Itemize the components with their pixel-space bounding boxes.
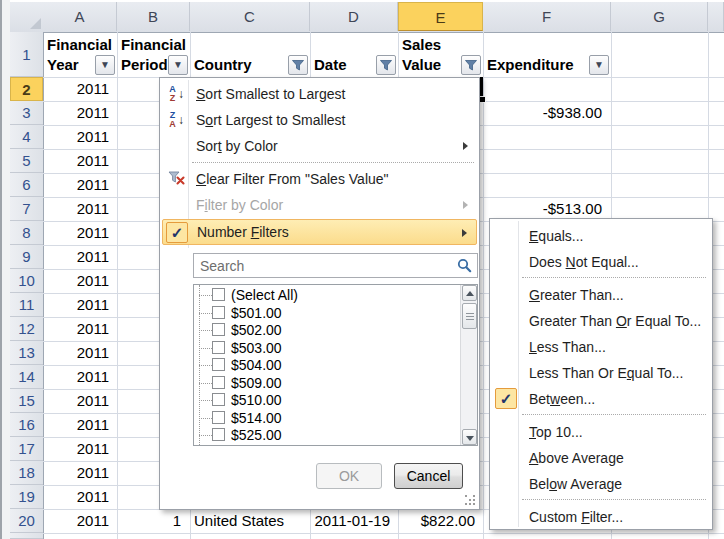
cell-A11[interactable]: 2011	[43, 293, 114, 317]
menu-item-clear-filter[interactable]: Clear Filter From "Sales Value"	[162, 166, 477, 192]
cell-A16[interactable]: 2011	[43, 413, 114, 437]
row-header-19[interactable]: 19	[10, 485, 43, 509]
menu-item-number-filters[interactable]: ✓ Number Filters	[162, 219, 477, 245]
filter-applied-button-sales-value[interactable]	[461, 55, 481, 75]
column-header-A[interactable]: A	[43, 2, 117, 31]
filter-dropdown-button-expenditure[interactable]: ▼	[589, 55, 609, 75]
filter-value-item[interactable]: $525.00	[194, 426, 477, 444]
row-header-2[interactable]: 2	[10, 77, 43, 101]
cell-A12[interactable]: 2011	[43, 317, 114, 341]
value-checkbox[interactable]	[212, 358, 225, 371]
cell-A9[interactable]: 2011	[43, 245, 114, 269]
filter-value-item[interactable]: (Select All)	[194, 286, 477, 304]
header-cell-date[interactable]: Date	[310, 32, 398, 77]
active-cell-fill-handle[interactable]	[479, 96, 486, 103]
value-checkbox[interactable]	[212, 323, 225, 336]
filter-value-item-partial[interactable]	[194, 444, 477, 447]
cell-D20[interactable]: 2011-01-19	[310, 509, 395, 533]
row-header-10[interactable]: 10	[10, 269, 43, 293]
submenu-item-equals[interactable]: Equals...	[492, 223, 710, 249]
cell-A8[interactable]: 2011	[43, 221, 114, 245]
row-header-7[interactable]: 7	[10, 197, 43, 221]
cancel-button[interactable]: Cancel	[394, 463, 463, 489]
column-header-C[interactable]: C	[190, 2, 310, 31]
cell-A15[interactable]: 2011	[43, 389, 114, 413]
value-checkbox[interactable]	[212, 288, 225, 301]
filter-dropdown-button-financial-year[interactable]: ▼	[95, 55, 115, 75]
cell-B20[interactable]: 1	[117, 509, 186, 533]
header-cell-country[interactable]: Country	[190, 32, 310, 77]
cell-A20[interactable]: 2011	[43, 509, 114, 533]
row-header-6[interactable]: 6	[10, 173, 43, 197]
search-input[interactable]	[193, 253, 478, 278]
value-checkbox[interactable]	[212, 376, 225, 389]
filter-value-item[interactable]: $504.00	[194, 356, 477, 374]
filter-value-item[interactable]: $509.00	[194, 374, 477, 392]
row-header-1[interactable]: 1	[10, 32, 43, 77]
menu-item-sort-by-color[interactable]: Sort by Color	[162, 133, 477, 159]
header-cell-financial-period[interactable]: Financial Period ▼	[117, 32, 190, 77]
row-header-14[interactable]: 14	[10, 365, 43, 389]
submenu-item-greater-than[interactable]: Greater Than...	[492, 282, 710, 308]
cell-A4[interactable]: 2011	[43, 125, 114, 149]
cell-A3[interactable]: 2011	[43, 101, 114, 125]
menu-item-sort-smallest-to-largest[interactable]: AZ ↓ Sort Smallest to Largest	[162, 81, 477, 107]
row-header-17[interactable]: 17	[10, 437, 43, 461]
cell-A19[interactable]: 2011	[43, 485, 114, 509]
column-header-E[interactable]: E	[398, 2, 483, 31]
row-header-20[interactable]: 20	[10, 509, 43, 533]
value-checkbox[interactable]	[212, 306, 225, 319]
filter-value-item[interactable]: $510.00	[194, 391, 477, 409]
filter-dropdown-button-financial-period[interactable]: ▼	[168, 55, 188, 75]
submenu-item-above-average[interactable]: Above Average	[492, 445, 710, 471]
header-cell-sales-value[interactable]: Sales Value	[398, 32, 483, 77]
value-checkbox[interactable]	[212, 428, 225, 441]
cell-A5[interactable]: 2011	[43, 149, 114, 173]
row-header-8[interactable]: 8	[10, 221, 43, 245]
cell-C20[interactable]: United States	[190, 509, 308, 533]
row-header-16[interactable]: 16	[10, 413, 43, 437]
select-all-corner[interactable]	[10, 2, 44, 31]
submenu-item-greater-than-or-equal-to[interactable]: Greater Than Or Equal To...	[492, 308, 710, 334]
cell-A14[interactable]: 2011	[43, 365, 114, 389]
column-header-partial[interactable]	[708, 2, 724, 31]
submenu-item-top-10[interactable]: Top 10...	[492, 419, 710, 445]
cell-A6[interactable]: 2011	[43, 173, 114, 197]
row-header-11[interactable]: 11	[10, 293, 43, 317]
submenu-item-custom-filter[interactable]: Custom Filter...	[492, 504, 710, 530]
value-checkbox[interactable]	[212, 446, 225, 447]
value-checkbox[interactable]	[212, 341, 225, 354]
cell-F3[interactable]: -$938.00	[483, 101, 607, 125]
column-header-G[interactable]: G	[611, 2, 708, 31]
header-cell-expenditure[interactable]: Expenditure ▼	[483, 32, 611, 77]
cell-A10[interactable]: 2011	[43, 269, 114, 293]
row-header-5[interactable]: 5	[10, 149, 43, 173]
cell-A7[interactable]: 2011	[43, 197, 114, 221]
filter-value-item[interactable]: $501.00	[194, 304, 477, 322]
row-header-18[interactable]: 18	[10, 461, 43, 485]
row-header-13[interactable]: 13	[10, 341, 43, 365]
submenu-item-does-not-equal[interactable]: Does Not Equal...	[492, 249, 710, 275]
submenu-item-less-than[interactable]: Less Than...	[492, 334, 710, 360]
column-header-D[interactable]: D	[310, 2, 398, 31]
submenu-item-less-than-or-equal-to[interactable]: Less Than Or Equal To...	[492, 360, 710, 386]
row-header-15[interactable]: 15	[10, 389, 43, 413]
row-header-4[interactable]: 4	[10, 125, 43, 149]
value-checkbox[interactable]	[212, 411, 225, 424]
row-header-3[interactable]: 3	[10, 101, 43, 125]
filter-value-item[interactable]: $514.00	[194, 409, 477, 427]
cell-E20[interactable]: $822.00	[398, 509, 480, 533]
cell-A18[interactable]: 2011	[43, 461, 114, 485]
header-cell-financial-year[interactable]: Financial Year ▼	[43, 32, 117, 77]
column-header-F[interactable]: F	[483, 2, 611, 31]
column-header-B[interactable]: B	[117, 2, 190, 31]
cell-A17[interactable]: 2011	[43, 437, 114, 461]
submenu-item-below-average[interactable]: Below Average	[492, 471, 710, 497]
filter-value-item[interactable]: $503.00	[194, 339, 477, 357]
filter-value-item[interactable]: $502.00	[194, 321, 477, 339]
row-header-9[interactable]: 9	[10, 245, 43, 269]
row-header-12[interactable]: 12	[10, 317, 43, 341]
value-checkbox[interactable]	[212, 393, 225, 406]
menu-item-sort-largest-to-smallest[interactable]: ZA ↓ Sort Largest to Smallest	[162, 107, 477, 133]
filter-applied-button-date[interactable]	[376, 55, 396, 75]
